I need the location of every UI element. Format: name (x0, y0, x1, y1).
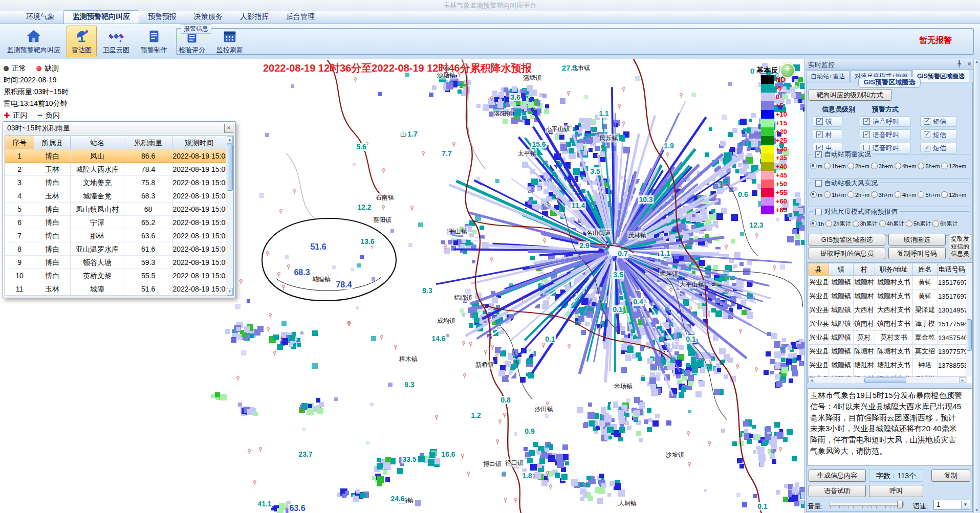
extract-sms-informers-button[interactable]: 提取发短信的信息员 (949, 234, 971, 259)
model-radio-1[interactable] (825, 220, 832, 227)
checkbox-icon[interactable] (924, 145, 930, 151)
wind-radio-2[interactable] (847, 191, 854, 198)
wind-radio-5[interactable] (918, 191, 924, 198)
radio-option[interactable]: 4h累计 (879, 220, 904, 228)
radio-option[interactable]: m (810, 191, 822, 198)
model-radio-4[interactable] (906, 220, 912, 227)
table-row[interactable]: 1博白凤山86.62022-08-19 15:00 (5, 149, 226, 163)
contacts-column-header[interactable]: 村 (854, 263, 875, 276)
model-radio-5[interactable] (932, 220, 939, 227)
toolbar-button-0[interactable]: 监测预警靶向叫应 (2, 26, 66, 57)
call-button[interactable]: 呼叫 (869, 485, 923, 497)
radio-option[interactable]: 2h累计 (825, 220, 851, 228)
table-row[interactable]: 2玉林城隍大西水库78.42022-08-19 15:00 (5, 163, 226, 176)
rain-radio-1[interactable] (824, 163, 831, 169)
wind-radio-3[interactable] (871, 191, 878, 198)
rain-table-titlebar[interactable]: 03时~15时累积雨量 (3, 122, 235, 134)
rain-radio-6[interactable] (941, 163, 948, 169)
level-checkbox-1[interactable]: 村 (813, 129, 842, 140)
extract-call-informers-button[interactable]: 提取呼叫的信息员 (809, 248, 885, 259)
radio-option[interactable]: 12h+m (941, 163, 966, 169)
radar-map[interactable]: 沙塘镇蒲塘镇北市镇洛阳镇小平山镇民乐镇山心镇太平镇石南镇葵阳镇平山镇城隍镇名山街… (0, 59, 804, 513)
close-icon[interactable] (966, 60, 973, 68)
sms-checkbox-1[interactable]: 短信 (920, 129, 957, 140)
voice-preview-button[interactable]: 语音试听 (809, 485, 866, 497)
radio-option[interactable]: 3h+m (871, 191, 893, 198)
table-row[interactable]: 兴业县城隍镇镇南村镇南村支书谭于模151775946 (809, 317, 967, 331)
scroll-thumb[interactable] (227, 144, 233, 191)
toolbar-button-2[interactable]: 卫星云图 (98, 26, 135, 57)
checkbox-icon[interactable] (924, 131, 930, 138)
model-radio-3[interactable] (879, 220, 886, 227)
radio-option[interactable]: 2h+m (847, 163, 869, 169)
table-row[interactable]: 兴业县城隍镇陈塘村陈塘村支书莫文绍139775796 (809, 345, 967, 359)
contacts-column-header[interactable]: 电话号码 (938, 263, 967, 276)
contacts-column-header[interactable]: 镇 (829, 263, 854, 276)
wind-radio-1[interactable] (824, 191, 831, 198)
toolbar-button-1[interactable]: 雷达图 (67, 26, 97, 57)
table-row[interactable]: 5博白凤山镇凤山村682022-08-19 15:00 (5, 203, 226, 216)
sms-checkbox-0[interactable]: 短信 (920, 116, 957, 127)
call-level-mode-button[interactable]: 靶向叫应的级别和方式 (809, 89, 891, 101)
sms-checkbox-2[interactable]: 短信 (920, 143, 957, 153)
table-row[interactable]: 9博白顿谷大塘59.32022-08-19 15:00 (5, 256, 226, 269)
toolbar-button-3[interactable]: 预警制作 (136, 26, 172, 57)
panel-tab-0[interactable]: 自动站+雷达 (806, 70, 850, 82)
slider-thumb[interactable] (897, 501, 903, 508)
contacts-column-header[interactable]: 姓名 (913, 263, 938, 276)
scroll-left-icon[interactable] (808, 377, 815, 383)
table-row[interactable]: 10博白英桥文黎55.52022-08-19 15:00 (5, 269, 226, 282)
radio-option[interactable]: 6h累计 (932, 220, 957, 228)
checkbox-icon[interactable] (816, 118, 823, 125)
radio-option[interactable]: 5h+m (918, 191, 940, 198)
rain-radio-3[interactable] (871, 163, 878, 169)
generate-message-button[interactable]: 生成信息内容 (809, 470, 866, 482)
pin-icon[interactable] (955, 60, 963, 68)
checkbox-icon[interactable] (863, 131, 870, 138)
rain-table-column-header[interactable]: 站名 (71, 136, 124, 149)
model-radio-2[interactable] (853, 220, 859, 227)
rain-table-column-header[interactable]: 观测时间 (172, 136, 226, 149)
rain-table-scrollbar[interactable] (226, 136, 233, 296)
table-row[interactable]: 7博白那林63.62022-08-19 15:00 (5, 229, 226, 242)
table-row[interactable]: 兴业县城隍镇塘肚村塘肚村支书钟塔137885534 (809, 359, 967, 372)
model-radio-0[interactable] (810, 220, 817, 227)
rain-table-column-header[interactable]: 所属县 (34, 136, 71, 149)
radio-option[interactable]: 1h (810, 220, 824, 227)
menu-tab-2[interactable]: 预警预报 (139, 11, 185, 24)
rain-table-column-header[interactable]: 累积雨量 (124, 136, 173, 149)
checkbox-icon[interactable] (816, 131, 823, 138)
rain-table-window[interactable]: 03时~15时累积雨量 序号所属县站名累积雨量观测时间1博白凤山86.62022… (3, 121, 236, 298)
rain-radio-4[interactable] (895, 163, 901, 169)
rain-radio-0[interactable] (810, 163, 817, 169)
rain-radio-5[interactable] (918, 163, 924, 169)
wind-radio-0[interactable] (810, 191, 817, 198)
model-section-checkbox[interactable] (815, 209, 822, 215)
contacts-column-header[interactable]: 职务/地址 (875, 263, 913, 276)
radio-option[interactable]: 1h+m (824, 191, 846, 198)
level-checkbox-0[interactable]: 镇 (813, 116, 842, 127)
radio-option[interactable]: 5h+m (918, 163, 940, 169)
copy-button[interactable]: 复制 (931, 470, 970, 482)
wind-radio-4[interactable] (895, 191, 901, 198)
wind-section-checkbox[interactable] (815, 180, 822, 187)
table-row[interactable]: 8博白亚山温罗水库61.62022-08-19 15:00 (5, 242, 226, 256)
radio-option[interactable]: 1h+m (824, 163, 846, 169)
table-row[interactable]: 11玉林城隍51.62022-08-19 15:00 (5, 282, 226, 296)
table-row[interactable]: 3博白文地姜充75.82022-08-19 15:00 (5, 176, 226, 189)
cancel-select-button[interactable]: 取消圈选 (888, 234, 946, 246)
menu-tab-3[interactable]: 决策服务 (185, 11, 231, 24)
checkbox-icon[interactable] (863, 118, 870, 125)
rain-table-column-header[interactable]: 序号 (5, 136, 34, 149)
table-row[interactable]: 6博白宁潭65.22022-08-19 15:00 (5, 216, 226, 229)
radio-option[interactable]: 2h+m (847, 191, 869, 198)
menu-tab-0[interactable]: 环境气象 (17, 11, 63, 24)
panel-scrollbar[interactable] (973, 59, 980, 513)
menu-tab-5[interactable]: 后台管理 (277, 11, 323, 24)
radio-option[interactable]: 5h累计 (906, 220, 931, 228)
radio-option[interactable]: 4h+m (895, 191, 917, 198)
gis-select-button[interactable]: GIS预警区域圈选 (809, 234, 885, 246)
close-icon[interactable] (224, 124, 233, 133)
radio-option[interactable]: 4h+m (895, 163, 917, 169)
radio-option[interactable]: m (810, 163, 822, 169)
